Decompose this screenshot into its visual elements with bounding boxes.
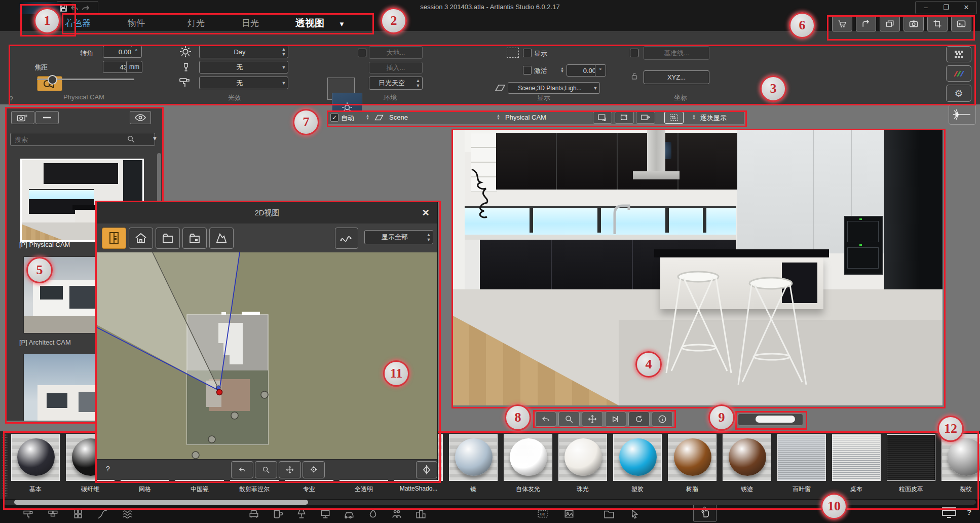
- material-item[interactable]: 裂纹: [941, 434, 980, 494]
- display-icon[interactable]: [941, 507, 957, 519]
- folder-icon[interactable]: [604, 508, 615, 519]
- tab-3[interactable]: 灯光: [187, 17, 205, 29]
- lamp-icon[interactable]: [296, 508, 307, 519]
- cursor-icon[interactable]: [628, 508, 639, 519]
- lock-open-icon[interactable]: [630, 71, 639, 81]
- focal-slider-knob[interactable]: [48, 75, 57, 85]
- progressive-display-button[interactable]: [664, 111, 684, 124]
- render-size-button[interactable]: [593, 111, 612, 124]
- visibility-eye-button[interactable]: [130, 111, 151, 124]
- tab-4[interactable]: 日光: [242, 17, 259, 29]
- tab-5[interactable]: 透视图: [295, 17, 324, 30]
- shelf-scrollbar-thumb[interactable]: [14, 500, 308, 505]
- scene-label[interactable]: Scene: [389, 114, 408, 121]
- sky-select[interactable]: 日光天空▲▼: [369, 77, 423, 90]
- blocks-icon[interactable]: [72, 508, 84, 519]
- scene-stepper[interactable]: ▲▼: [366, 114, 369, 120]
- rotation-input[interactable]: 0.00: [103, 46, 134, 58]
- pan-view-button[interactable]: [636, 111, 655, 124]
- view-type-caret-icon[interactable]: ▼: [338, 20, 345, 28]
- camera-stepper[interactable]: ▲▼: [497, 114, 500, 120]
- auto-checkbox[interactable]: ✓: [330, 114, 338, 122]
- hose-icon[interactable]: [97, 508, 108, 519]
- show-checkbox[interactable]: [523, 49, 532, 57]
- redo-button[interactable]: [81, 4, 90, 13]
- preview-zoom-button[interactable]: [558, 412, 580, 427]
- xyz-button[interactable]: XYZ...: [644, 70, 709, 84]
- lamp-select[interactable]: 无▼: [199, 61, 288, 73]
- render-preview[interactable]: [451, 129, 943, 405]
- material-item[interactable]: 自体发光: [504, 434, 552, 494]
- camera-item-label[interactable]: [P] Physical CAM: [19, 241, 70, 248]
- remove-camera-button[interactable]: [35, 111, 59, 124]
- tab-1[interactable]: 着色器: [65, 17, 91, 29]
- angle-input[interactable]: 0.00: [567, 64, 599, 77]
- settings-gear-button[interactable]: ⚙: [946, 85, 971, 102]
- active-checkbox[interactable]: [523, 66, 532, 74]
- minimize-button[interactable]: –: [916, 2, 936, 14]
- inspector-help[interactable]: ?: [9, 95, 13, 103]
- layers-select[interactable]: Scene;3D Plants;Ligh...▼: [508, 82, 600, 94]
- material-item[interactable]: 粒面皮革: [887, 434, 935, 494]
- help-icon[interactable]: ?: [967, 508, 971, 516]
- move-mode-button[interactable]: [856, 16, 876, 31]
- 2d-zoom-button[interactable]: [255, 461, 277, 478]
- elevation-view-button[interactable]: [129, 228, 153, 249]
- path-curve-button[interactable]: [335, 228, 358, 249]
- dashed-bb-icon[interactable]: BB: [537, 508, 548, 519]
- material-item[interactable]: 镜: [449, 434, 498, 494]
- preview-camera-cone-button[interactable]: [605, 412, 626, 427]
- viewbar-camera-label[interactable]: Physical CAM: [505, 114, 546, 121]
- monitor-icon[interactable]: [320, 508, 331, 519]
- paint-roller-icon[interactable]: [23, 508, 34, 519]
- tab-2[interactable]: 物件: [128, 17, 145, 29]
- material-item[interactable]: 树脂: [668, 434, 717, 494]
- duplicate-view-button[interactable]: [880, 16, 900, 31]
- material-item[interactable]: 基本: [11, 434, 60, 494]
- restore-button[interactable]: ❐: [936, 2, 956, 14]
- insert-button[interactable]: 插入...: [369, 62, 423, 73]
- close-button[interactable]: ✕: [956, 2, 976, 14]
- material-item[interactable]: 桌布: [832, 434, 881, 494]
- image-icon[interactable]: [563, 508, 575, 519]
- preview-info-button[interactable]: [652, 412, 673, 427]
- armchair-icon[interactable]: [248, 508, 259, 519]
- mug-icon[interactable]: [272, 508, 283, 519]
- angle-stepper[interactable]: ▲▼: [560, 67, 564, 73]
- crop-render-button[interactable]: [927, 16, 948, 31]
- laser-tool-button[interactable]: [949, 104, 976, 125]
- people-icon[interactable]: [391, 508, 402, 519]
- filter-caret-icon[interactable]: ▼: [152, 135, 158, 141]
- car-icon[interactable]: [344, 508, 355, 519]
- 2d-undo-button[interactable]: [231, 461, 253, 478]
- undo-button[interactable]: [70, 4, 79, 13]
- color-correction-button[interactable]: [946, 65, 971, 82]
- shop-cart-button[interactable]: [832, 16, 852, 31]
- 2d-elevation-toggle-button[interactable]: [416, 461, 437, 478]
- material-item[interactable]: 珠光: [558, 434, 607, 494]
- snapshot-camera-button[interactable]: [903, 16, 924, 31]
- baseline-checkbox[interactable]: [630, 49, 638, 57]
- ground-button[interactable]: 大地...: [369, 46, 423, 59]
- 2d-help[interactable]: ?: [106, 465, 110, 473]
- shader-light-select[interactable]: 无▼: [199, 77, 288, 89]
- 2d-window-close-button[interactable]: ✕: [419, 206, 432, 219]
- ground-checkbox[interactable]: [358, 49, 366, 57]
- render-console-button[interactable]: [951, 16, 971, 31]
- section-door-view-button[interactable]: [182, 228, 207, 249]
- plan-view-button[interactable]: [102, 228, 126, 249]
- preview-quality-button[interactable]: [946, 46, 971, 62]
- bricks-icon[interactable]: [48, 508, 59, 519]
- fit-view-button[interactable]: [615, 111, 634, 124]
- preview-pan-button[interactable]: [582, 412, 603, 427]
- material-item[interactable]: 百叶窗: [777, 434, 826, 494]
- sun-select[interactable]: Day▲▼: [199, 45, 288, 58]
- save-button[interactable]: [59, 4, 68, 13]
- add-camera-button[interactable]: [11, 111, 34, 124]
- material-item[interactable]: 塑胶: [613, 434, 662, 494]
- baseline-button[interactable]: 基准线...: [644, 46, 709, 60]
- preview-undo-button[interactable]: [535, 412, 556, 427]
- 2d-plan-canvas[interactable]: [97, 252, 437, 459]
- 2d-zoom-extents-button[interactable]: [303, 461, 325, 478]
- camera-item-label[interactable]: [P] Architect CAM: [19, 339, 71, 346]
